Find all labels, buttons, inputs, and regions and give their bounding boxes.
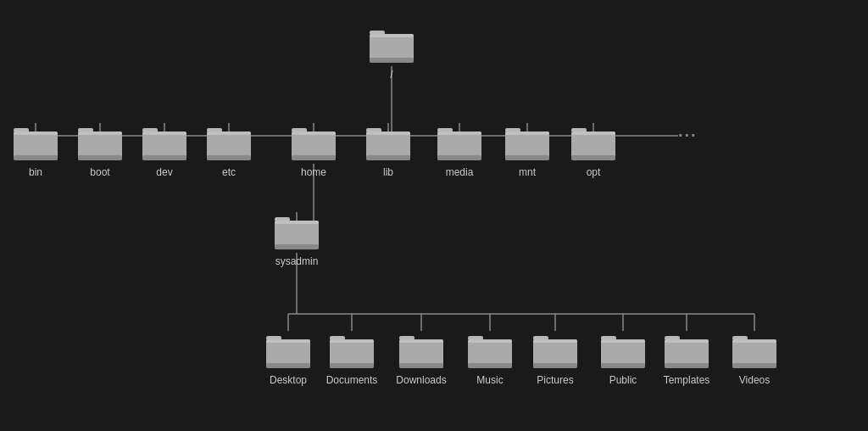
svg-rect-66: [275, 221, 319, 224]
svg-rect-70: [266, 339, 310, 343]
folder-icon: [12, 123, 59, 164]
folder-icon: [368, 25, 415, 66]
svg-rect-83: [468, 363, 512, 368]
folder-icon: [76, 123, 124, 164]
folder-label: Downloads: [396, 374, 446, 386]
svg-rect-87: [533, 363, 577, 368]
folder-label: sysadmin: [275, 255, 319, 267]
folder-label: etc: [222, 166, 236, 178]
folder-icon: [290, 123, 337, 164]
folder-label: Public: [609, 374, 637, 386]
svg-rect-55: [437, 155, 481, 160]
svg-rect-38: [142, 132, 186, 135]
folder-label: Music: [476, 374, 503, 386]
folder-desktop: Desktop: [257, 331, 320, 386]
folder-lib: lib: [359, 123, 418, 178]
folder-label: dev: [156, 166, 172, 178]
folder-documents: Documents: [320, 331, 383, 386]
svg-rect-91: [601, 363, 645, 368]
folder-dev: dev: [135, 123, 194, 178]
svg-rect-63: [571, 155, 615, 160]
svg-rect-26: [370, 34, 414, 37]
folder-icon: [141, 123, 188, 164]
svg-rect-39: [142, 155, 186, 160]
folder-label: Documents: [326, 374, 378, 386]
svg-rect-59: [505, 155, 549, 160]
svg-rect-46: [292, 132, 336, 135]
folder-music: Music: [459, 331, 521, 386]
tree-container: / bin boot dev etc: [0, 0, 868, 431]
folder-boot: boot: [70, 123, 130, 178]
svg-rect-54: [437, 132, 481, 135]
folder-icon: [205, 123, 253, 164]
folder-label: Pictures: [537, 374, 573, 386]
folder-templates: Templates: [655, 331, 718, 386]
folder-label: media: [446, 166, 474, 178]
folder-icon: [466, 331, 514, 372]
svg-rect-27: [370, 58, 414, 63]
folder-downloads: Downloads: [390, 331, 453, 386]
svg-rect-75: [330, 363, 374, 368]
folder-opt: opt: [564, 123, 623, 178]
svg-rect-47: [292, 155, 336, 160]
folder-mnt: mnt: [498, 123, 557, 178]
svg-rect-42: [207, 132, 251, 135]
folder-icon: [599, 331, 647, 372]
folder-icon: [504, 123, 551, 164]
folder-icon: [436, 123, 483, 164]
svg-rect-90: [601, 339, 645, 343]
svg-rect-43: [207, 155, 251, 160]
svg-rect-78: [399, 339, 443, 343]
folder-bin: bin: [6, 123, 65, 178]
svg-rect-82: [468, 339, 512, 343]
folder-label: boot: [90, 166, 109, 178]
folder-home: home: [284, 123, 343, 178]
folder-pictures: Pictures: [524, 331, 587, 386]
svg-rect-74: [330, 339, 374, 343]
folder-/: /: [362, 25, 421, 81]
svg-rect-67: [275, 244, 319, 249]
folder-label: home: [301, 166, 326, 178]
folder-icon: [570, 123, 617, 164]
svg-rect-98: [732, 339, 776, 343]
folder-icon: [531, 331, 579, 372]
svg-rect-50: [366, 132, 410, 135]
svg-rect-95: [665, 363, 709, 368]
folder-label: mnt: [519, 166, 536, 178]
folder-icon: [398, 331, 445, 372]
folder-icon: [273, 212, 320, 253]
svg-rect-34: [78, 132, 122, 135]
svg-rect-79: [399, 363, 443, 368]
svg-rect-71: [266, 363, 310, 368]
svg-rect-86: [533, 339, 577, 343]
svg-rect-35: [78, 155, 122, 160]
svg-rect-51: [366, 155, 410, 160]
folder-etc: etc: [199, 123, 259, 178]
folder-icon: [264, 331, 312, 372]
svg-rect-31: [14, 155, 58, 160]
folder-label: opt: [587, 166, 601, 178]
folder-label: /: [390, 69, 392, 81]
folder-sysadmin: sysadmin: [263, 212, 331, 267]
folder-videos: Videos: [723, 331, 786, 386]
folder-label: lib: [383, 166, 393, 178]
svg-rect-99: [732, 363, 776, 368]
folder-label: Desktop: [270, 374, 307, 386]
folder-label: Videos: [739, 374, 770, 386]
svg-rect-62: [571, 132, 615, 135]
folder-icon: [663, 331, 710, 372]
folder-media: media: [430, 123, 489, 178]
svg-rect-30: [14, 132, 58, 135]
folder-icon: [328, 331, 376, 372]
folder-public: Public: [592, 331, 654, 386]
svg-rect-94: [665, 339, 709, 343]
svg-rect-58: [505, 132, 549, 135]
folder-icon: [364, 123, 412, 164]
folder-label: bin: [29, 166, 42, 178]
folder-label: Templates: [664, 374, 710, 386]
folder-icon: [731, 331, 778, 372]
more-items-dots: ···: [678, 126, 698, 145]
